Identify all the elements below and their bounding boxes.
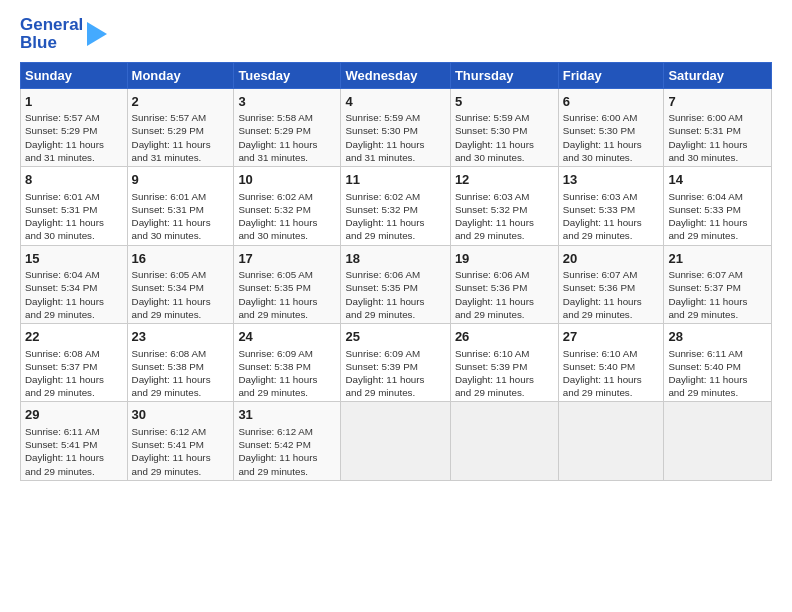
day-cell: 29Sunrise: 6:11 AM Sunset: 5:41 PM Dayli… [21, 402, 128, 480]
day-info: Sunrise: 6:05 AM Sunset: 5:35 PM Dayligh… [238, 268, 336, 321]
day-cell: 17Sunrise: 6:05 AM Sunset: 5:35 PM Dayli… [234, 245, 341, 323]
day-cell: 3Sunrise: 5:58 AM Sunset: 5:29 PM Daylig… [234, 88, 341, 166]
day-number: 5 [455, 93, 554, 111]
day-info: Sunrise: 6:07 AM Sunset: 5:36 PM Dayligh… [563, 268, 660, 321]
day-number: 21 [668, 250, 767, 268]
day-info: Sunrise: 6:12 AM Sunset: 5:41 PM Dayligh… [132, 425, 230, 478]
day-cell: 25Sunrise: 6:09 AM Sunset: 5:39 PM Dayli… [341, 323, 450, 401]
day-info: Sunrise: 6:11 AM Sunset: 5:40 PM Dayligh… [668, 347, 767, 400]
day-number: 2 [132, 93, 230, 111]
week-row-1: 1Sunrise: 5:57 AM Sunset: 5:29 PM Daylig… [21, 88, 772, 166]
day-number: 23 [132, 328, 230, 346]
day-cell: 7Sunrise: 6:00 AM Sunset: 5:31 PM Daylig… [664, 88, 772, 166]
day-number: 24 [238, 328, 336, 346]
day-cell: 11Sunrise: 6:02 AM Sunset: 5:32 PM Dayli… [341, 167, 450, 245]
day-cell: 6Sunrise: 6:00 AM Sunset: 5:30 PM Daylig… [558, 88, 664, 166]
header-tuesday: Tuesday [234, 62, 341, 88]
header-thursday: Thursday [450, 62, 558, 88]
day-number: 26 [455, 328, 554, 346]
day-number: 12 [455, 171, 554, 189]
day-number: 22 [25, 328, 123, 346]
day-cell: 19Sunrise: 6:06 AM Sunset: 5:36 PM Dayli… [450, 245, 558, 323]
day-number: 13 [563, 171, 660, 189]
day-info: Sunrise: 6:05 AM Sunset: 5:34 PM Dayligh… [132, 268, 230, 321]
day-cell: 1Sunrise: 5:57 AM Sunset: 5:29 PM Daylig… [21, 88, 128, 166]
day-info: Sunrise: 6:09 AM Sunset: 5:39 PM Dayligh… [345, 347, 445, 400]
day-number: 19 [455, 250, 554, 268]
day-number: 1 [25, 93, 123, 111]
header-monday: Monday [127, 62, 234, 88]
calendar: SundayMondayTuesdayWednesdayThursdayFrid… [20, 62, 772, 481]
day-info: Sunrise: 6:02 AM Sunset: 5:32 PM Dayligh… [238, 190, 336, 243]
logo-general: General [20, 16, 83, 34]
day-info: Sunrise: 6:08 AM Sunset: 5:37 PM Dayligh… [25, 347, 123, 400]
day-info: Sunrise: 5:59 AM Sunset: 5:30 PM Dayligh… [455, 111, 554, 164]
day-number: 8 [25, 171, 123, 189]
day-cell [558, 402, 664, 480]
day-info: Sunrise: 6:12 AM Sunset: 5:42 PM Dayligh… [238, 425, 336, 478]
day-cell: 15Sunrise: 6:04 AM Sunset: 5:34 PM Dayli… [21, 245, 128, 323]
day-info: Sunrise: 6:07 AM Sunset: 5:37 PM Dayligh… [668, 268, 767, 321]
day-info: Sunrise: 5:57 AM Sunset: 5:29 PM Dayligh… [132, 111, 230, 164]
day-info: Sunrise: 6:02 AM Sunset: 5:32 PM Dayligh… [345, 190, 445, 243]
day-cell: 26Sunrise: 6:10 AM Sunset: 5:39 PM Dayli… [450, 323, 558, 401]
day-info: Sunrise: 5:57 AM Sunset: 5:29 PM Dayligh… [25, 111, 123, 164]
day-info: Sunrise: 6:04 AM Sunset: 5:33 PM Dayligh… [668, 190, 767, 243]
logo: General Blue [20, 16, 107, 52]
day-number: 7 [668, 93, 767, 111]
logo-arrow-icon [87, 22, 107, 46]
day-info: Sunrise: 6:08 AM Sunset: 5:38 PM Dayligh… [132, 347, 230, 400]
logo-blue: Blue [20, 34, 83, 52]
page: General Blue SundayMondayTuesdayWednesda… [0, 0, 792, 491]
header-saturday: Saturday [664, 62, 772, 88]
calendar-header-row: SundayMondayTuesdayWednesdayThursdayFrid… [21, 62, 772, 88]
day-number: 31 [238, 406, 336, 424]
day-cell: 8Sunrise: 6:01 AM Sunset: 5:31 PM Daylig… [21, 167, 128, 245]
header-friday: Friday [558, 62, 664, 88]
header-wednesday: Wednesday [341, 62, 450, 88]
day-number: 6 [563, 93, 660, 111]
day-cell: 4Sunrise: 5:59 AM Sunset: 5:30 PM Daylig… [341, 88, 450, 166]
day-info: Sunrise: 6:10 AM Sunset: 5:39 PM Dayligh… [455, 347, 554, 400]
day-info: Sunrise: 6:09 AM Sunset: 5:38 PM Dayligh… [238, 347, 336, 400]
day-info: Sunrise: 5:59 AM Sunset: 5:30 PM Dayligh… [345, 111, 445, 164]
day-number: 15 [25, 250, 123, 268]
header-sunday: Sunday [21, 62, 128, 88]
day-number: 25 [345, 328, 445, 346]
day-info: Sunrise: 6:01 AM Sunset: 5:31 PM Dayligh… [132, 190, 230, 243]
day-cell [450, 402, 558, 480]
day-number: 3 [238, 93, 336, 111]
day-number: 4 [345, 93, 445, 111]
week-row-4: 22Sunrise: 6:08 AM Sunset: 5:37 PM Dayli… [21, 323, 772, 401]
day-cell: 27Sunrise: 6:10 AM Sunset: 5:40 PM Dayli… [558, 323, 664, 401]
day-number: 27 [563, 328, 660, 346]
day-number: 29 [25, 406, 123, 424]
day-info: Sunrise: 6:06 AM Sunset: 5:36 PM Dayligh… [455, 268, 554, 321]
day-info: Sunrise: 5:58 AM Sunset: 5:29 PM Dayligh… [238, 111, 336, 164]
day-cell: 2Sunrise: 5:57 AM Sunset: 5:29 PM Daylig… [127, 88, 234, 166]
day-cell: 31Sunrise: 6:12 AM Sunset: 5:42 PM Dayli… [234, 402, 341, 480]
day-info: Sunrise: 6:03 AM Sunset: 5:32 PM Dayligh… [455, 190, 554, 243]
day-cell: 22Sunrise: 6:08 AM Sunset: 5:37 PM Dayli… [21, 323, 128, 401]
day-cell: 13Sunrise: 6:03 AM Sunset: 5:33 PM Dayli… [558, 167, 664, 245]
day-cell: 12Sunrise: 6:03 AM Sunset: 5:32 PM Dayli… [450, 167, 558, 245]
day-number: 9 [132, 171, 230, 189]
day-cell: 9Sunrise: 6:01 AM Sunset: 5:31 PM Daylig… [127, 167, 234, 245]
day-cell: 5Sunrise: 5:59 AM Sunset: 5:30 PM Daylig… [450, 88, 558, 166]
day-info: Sunrise: 6:10 AM Sunset: 5:40 PM Dayligh… [563, 347, 660, 400]
day-cell: 28Sunrise: 6:11 AM Sunset: 5:40 PM Dayli… [664, 323, 772, 401]
day-info: Sunrise: 6:00 AM Sunset: 5:31 PM Dayligh… [668, 111, 767, 164]
day-number: 20 [563, 250, 660, 268]
week-row-2: 8Sunrise: 6:01 AM Sunset: 5:31 PM Daylig… [21, 167, 772, 245]
day-info: Sunrise: 6:04 AM Sunset: 5:34 PM Dayligh… [25, 268, 123, 321]
day-info: Sunrise: 6:03 AM Sunset: 5:33 PM Dayligh… [563, 190, 660, 243]
day-cell: 30Sunrise: 6:12 AM Sunset: 5:41 PM Dayli… [127, 402, 234, 480]
day-number: 30 [132, 406, 230, 424]
day-cell: 23Sunrise: 6:08 AM Sunset: 5:38 PM Dayli… [127, 323, 234, 401]
day-info: Sunrise: 6:00 AM Sunset: 5:30 PM Dayligh… [563, 111, 660, 164]
day-cell [341, 402, 450, 480]
day-info: Sunrise: 6:01 AM Sunset: 5:31 PM Dayligh… [25, 190, 123, 243]
header: General Blue [20, 16, 772, 52]
day-number: 10 [238, 171, 336, 189]
day-cell: 18Sunrise: 6:06 AM Sunset: 5:35 PM Dayli… [341, 245, 450, 323]
